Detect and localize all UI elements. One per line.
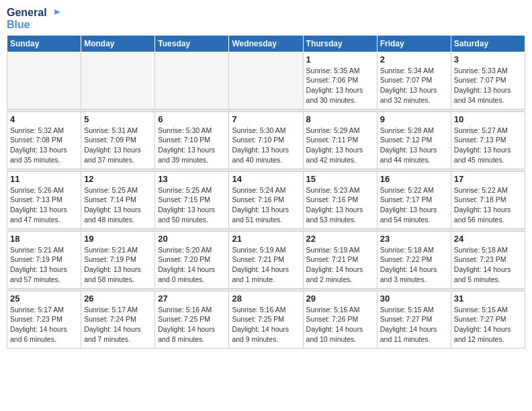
calendar-cell: 31Sunrise: 5:15 AM Sunset: 7:27 PM Dayli… xyxy=(451,291,525,348)
day-number: 13 xyxy=(158,174,226,184)
day-number: 12 xyxy=(84,174,152,184)
calendar-cell: 2Sunrise: 5:34 AM Sunset: 7:07 PM Daylig… xyxy=(377,52,451,109)
day-info: Sunrise: 5:17 AM Sunset: 7:23 PM Dayligh… xyxy=(10,305,78,345)
calendar-cell: 19Sunrise: 5:21 AM Sunset: 7:19 PM Dayli… xyxy=(81,231,155,288)
day-info: Sunrise: 5:18 AM Sunset: 7:22 PM Dayligh… xyxy=(380,245,448,285)
day-info: Sunrise: 5:28 AM Sunset: 7:12 PM Dayligh… xyxy=(380,126,448,165)
day-info: Sunrise: 5:21 AM Sunset: 7:19 PM Dayligh… xyxy=(10,245,78,285)
day-info: Sunrise: 5:29 AM Sunset: 7:11 PM Dayligh… xyxy=(306,126,374,165)
calendar-cell: 25Sunrise: 5:17 AM Sunset: 7:23 PM Dayli… xyxy=(7,291,81,348)
day-info: Sunrise: 5:25 AM Sunset: 7:14 PM Dayligh… xyxy=(84,185,152,225)
calendar-cell: 4Sunrise: 5:32 AM Sunset: 7:08 PM Daylig… xyxy=(7,111,81,169)
calendar-cell xyxy=(7,52,81,109)
day-info: Sunrise: 5:25 AM Sunset: 7:15 PM Dayligh… xyxy=(158,185,226,225)
day-info: Sunrise: 5:30 AM Sunset: 7:10 PM Dayligh… xyxy=(158,126,226,165)
calendar-cell: 15Sunrise: 5:23 AM Sunset: 7:16 PM Dayli… xyxy=(303,171,377,228)
calendar-cell: 18Sunrise: 5:21 AM Sunset: 7:19 PM Dayli… xyxy=(7,231,81,288)
calendar-cell: 27Sunrise: 5:16 AM Sunset: 7:25 PM Dayli… xyxy=(155,291,229,348)
day-info: Sunrise: 5:34 AM Sunset: 7:07 PM Dayligh… xyxy=(380,66,448,105)
day-info: Sunrise: 5:16 AM Sunset: 7:25 PM Dayligh… xyxy=(232,305,300,345)
day-info: Sunrise: 5:19 AM Sunset: 7:21 PM Dayligh… xyxy=(306,245,374,285)
day-number: 18 xyxy=(10,234,78,244)
day-number: 31 xyxy=(454,293,522,304)
day-number: 20 xyxy=(158,234,226,244)
day-number: 14 xyxy=(232,174,300,184)
day-number: 30 xyxy=(380,293,448,304)
calendar-cell: 26Sunrise: 5:17 AM Sunset: 7:24 PM Dayli… xyxy=(81,291,155,348)
day-number: 7 xyxy=(232,114,300,124)
calendar-cell: 5Sunrise: 5:31 AM Sunset: 7:09 PM Daylig… xyxy=(81,111,155,169)
day-info: Sunrise: 5:17 AM Sunset: 7:24 PM Dayligh… xyxy=(84,305,152,345)
calendar-cell: 21Sunrise: 5:19 AM Sunset: 7:21 PM Dayli… xyxy=(229,231,303,288)
weekday-header: Thursday xyxy=(303,35,377,52)
calendar-table: SundayMondayTuesdayWednesdayThursdayFrid… xyxy=(7,35,525,349)
day-info: Sunrise: 5:32 AM Sunset: 7:08 PM Dayligh… xyxy=(10,126,78,165)
day-number: 8 xyxy=(306,114,374,124)
calendar-header-row: SundayMondayTuesdayWednesdayThursdayFrid… xyxy=(7,35,525,52)
day-info: Sunrise: 5:30 AM Sunset: 7:10 PM Dayligh… xyxy=(232,126,300,165)
weekday-header: Sunday xyxy=(7,35,81,52)
day-number: 28 xyxy=(232,293,300,304)
calendar-cell: 11Sunrise: 5:26 AM Sunset: 7:13 PM Dayli… xyxy=(7,171,81,228)
week-row: 18Sunrise: 5:21 AM Sunset: 7:19 PM Dayli… xyxy=(7,231,525,288)
calendar-cell: 20Sunrise: 5:20 AM Sunset: 7:20 PM Dayli… xyxy=(155,231,229,288)
week-row: 1Sunrise: 5:35 AM Sunset: 7:06 PM Daylig… xyxy=(7,52,525,109)
day-number: 29 xyxy=(306,293,374,304)
day-number: 11 xyxy=(10,174,78,184)
weekday-header: Wednesday xyxy=(229,35,303,52)
calendar-cell xyxy=(81,52,155,109)
calendar-cell: 6Sunrise: 5:30 AM Sunset: 7:10 PM Daylig… xyxy=(155,111,229,169)
logo-general: General xyxy=(7,7,47,19)
day-number: 21 xyxy=(232,234,300,244)
calendar-cell: 29Sunrise: 5:16 AM Sunset: 7:26 PM Dayli… xyxy=(303,291,377,348)
weekday-header: Monday xyxy=(81,35,155,52)
day-info: Sunrise: 5:33 AM Sunset: 7:07 PM Dayligh… xyxy=(454,66,522,105)
day-info: Sunrise: 5:15 AM Sunset: 7:27 PM Dayligh… xyxy=(380,305,448,345)
logo-text: General Blue xyxy=(7,7,60,31)
weekday-header: Friday xyxy=(377,35,451,52)
day-number: 1 xyxy=(306,54,374,64)
calendar-cell: 17Sunrise: 5:22 AM Sunset: 7:18 PM Dayli… xyxy=(451,171,525,228)
day-number: 22 xyxy=(306,234,374,244)
day-info: Sunrise: 5:16 AM Sunset: 7:26 PM Dayligh… xyxy=(306,305,374,345)
calendar-cell: 16Sunrise: 5:22 AM Sunset: 7:17 PM Dayli… xyxy=(377,171,451,228)
day-info: Sunrise: 5:18 AM Sunset: 7:23 PM Dayligh… xyxy=(454,245,522,285)
day-number: 5 xyxy=(84,114,152,124)
day-number: 2 xyxy=(380,54,448,64)
day-info: Sunrise: 5:21 AM Sunset: 7:19 PM Dayligh… xyxy=(84,245,152,285)
calendar-cell xyxy=(229,52,303,109)
day-number: 15 xyxy=(306,174,374,184)
day-number: 17 xyxy=(454,174,522,184)
day-info: Sunrise: 5:22 AM Sunset: 7:17 PM Dayligh… xyxy=(380,185,448,225)
day-number: 25 xyxy=(10,293,78,304)
day-info: Sunrise: 5:26 AM Sunset: 7:13 PM Dayligh… xyxy=(10,185,78,225)
week-row: 4Sunrise: 5:32 AM Sunset: 7:08 PM Daylig… xyxy=(7,111,525,169)
day-number: 26 xyxy=(84,293,152,304)
day-number: 19 xyxy=(84,234,152,244)
day-number: 16 xyxy=(380,174,448,184)
calendar-cell: 30Sunrise: 5:15 AM Sunset: 7:27 PM Dayli… xyxy=(377,291,451,348)
day-info: Sunrise: 5:23 AM Sunset: 7:16 PM Dayligh… xyxy=(306,185,374,225)
day-info: Sunrise: 5:16 AM Sunset: 7:25 PM Dayligh… xyxy=(158,305,226,345)
day-number: 24 xyxy=(454,234,522,244)
day-info: Sunrise: 5:15 AM Sunset: 7:27 PM Dayligh… xyxy=(454,305,522,345)
day-number: 6 xyxy=(158,114,226,124)
day-number: 3 xyxy=(454,54,522,64)
weekday-header: Tuesday xyxy=(155,35,229,52)
logo: General Blue xyxy=(7,7,60,31)
svg-marker-0 xyxy=(54,9,60,15)
page-header: General Blue xyxy=(7,7,525,31)
day-number: 23 xyxy=(380,234,448,244)
calendar-cell: 13Sunrise: 5:25 AM Sunset: 7:15 PM Dayli… xyxy=(155,171,229,228)
day-info: Sunrise: 5:22 AM Sunset: 7:18 PM Dayligh… xyxy=(454,185,522,225)
day-number: 4 xyxy=(10,114,78,124)
calendar-cell: 7Sunrise: 5:30 AM Sunset: 7:10 PM Daylig… xyxy=(229,111,303,169)
calendar-cell: 12Sunrise: 5:25 AM Sunset: 7:14 PM Dayli… xyxy=(81,171,155,228)
logo-bird-icon xyxy=(48,7,60,19)
day-info: Sunrise: 5:19 AM Sunset: 7:21 PM Dayligh… xyxy=(232,245,300,285)
logo-blue: Blue xyxy=(7,19,30,31)
calendar-cell: 8Sunrise: 5:29 AM Sunset: 7:11 PM Daylig… xyxy=(303,111,377,169)
calendar-cell: 22Sunrise: 5:19 AM Sunset: 7:21 PM Dayli… xyxy=(303,231,377,288)
calendar-cell: 28Sunrise: 5:16 AM Sunset: 7:25 PM Dayli… xyxy=(229,291,303,348)
calendar-cell: 24Sunrise: 5:18 AM Sunset: 7:23 PM Dayli… xyxy=(451,231,525,288)
